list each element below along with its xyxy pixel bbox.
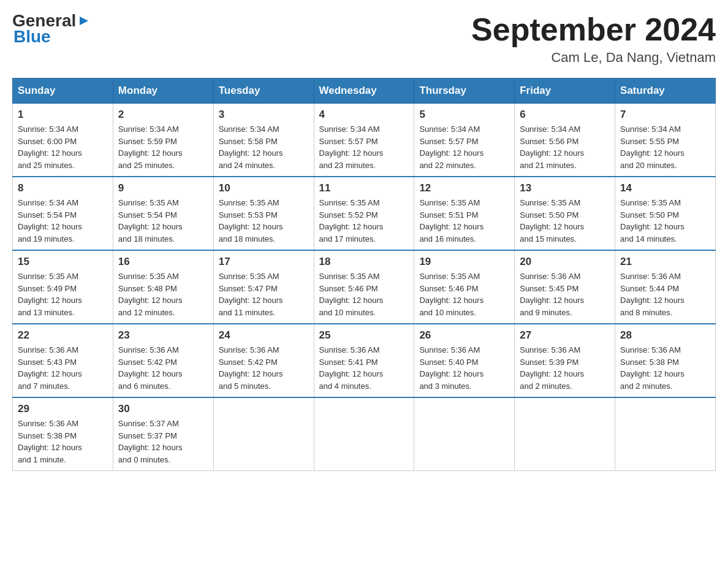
day-info: Sunrise: 5:34 AM Sunset: 5:57 PM Dayligh… <box>319 123 409 171</box>
day-number: 29 <box>18 403 108 415</box>
day-number: 22 <box>18 329 108 342</box>
calendar-cell: 2Sunrise: 5:34 AM Sunset: 5:59 PM Daylig… <box>113 104 213 177</box>
day-info: Sunrise: 5:36 AM Sunset: 5:44 PM Dayligh… <box>620 270 710 318</box>
location-subtitle: Cam Le, Da Nang, Vietnam <box>471 50 716 66</box>
day-number: 24 <box>219 329 309 342</box>
day-info: Sunrise: 5:36 AM Sunset: 5:41 PM Dayligh… <box>319 344 409 392</box>
weekday-header-wednesday: Wednesday <box>314 79 414 104</box>
day-number: 28 <box>620 329 710 342</box>
day-info: Sunrise: 5:34 AM Sunset: 5:58 PM Dayligh… <box>219 123 309 171</box>
calendar-cell <box>314 397 414 471</box>
day-info: Sunrise: 5:35 AM Sunset: 5:49 PM Dayligh… <box>18 270 108 318</box>
month-title: September 2024 <box>471 12 716 47</box>
day-number: 21 <box>620 256 710 268</box>
day-info: Sunrise: 5:35 AM Sunset: 5:50 PM Dayligh… <box>620 197 710 245</box>
day-number: 26 <box>419 329 509 342</box>
weekday-header-sunday: Sunday <box>13 79 113 104</box>
calendar-cell: 3Sunrise: 5:34 AM Sunset: 5:58 PM Daylig… <box>213 104 314 177</box>
day-info: Sunrise: 5:34 AM Sunset: 5:56 PM Dayligh… <box>520 123 610 171</box>
calendar-cell: 26Sunrise: 5:36 AM Sunset: 5:40 PM Dayli… <box>414 324 515 397</box>
day-info: Sunrise: 5:35 AM Sunset: 5:47 PM Dayligh… <box>219 270 309 318</box>
calendar-cell: 10Sunrise: 5:35 AM Sunset: 5:53 PM Dayli… <box>213 177 314 250</box>
calendar-cell: 29Sunrise: 5:36 AM Sunset: 5:38 PM Dayli… <box>13 397 113 471</box>
calendar-week-row: 8Sunrise: 5:34 AM Sunset: 5:54 PM Daylig… <box>13 177 716 250</box>
day-info: Sunrise: 5:34 AM Sunset: 6:00 PM Dayligh… <box>18 123 108 171</box>
day-info: Sunrise: 5:34 AM Sunset: 5:55 PM Dayligh… <box>620 123 710 171</box>
day-info: Sunrise: 5:34 AM Sunset: 5:54 PM Dayligh… <box>18 197 108 245</box>
calendar-cell: 4Sunrise: 5:34 AM Sunset: 5:57 PM Daylig… <box>314 104 414 177</box>
day-info: Sunrise: 5:36 AM Sunset: 5:42 PM Dayligh… <box>118 344 208 392</box>
day-number: 11 <box>319 182 409 194</box>
calendar-cell: 24Sunrise: 5:36 AM Sunset: 5:42 PM Dayli… <box>213 324 314 397</box>
day-info: Sunrise: 5:34 AM Sunset: 5:57 PM Dayligh… <box>419 123 509 171</box>
day-number: 14 <box>620 182 710 194</box>
day-number: 4 <box>319 109 409 121</box>
calendar-cell: 5Sunrise: 5:34 AM Sunset: 5:57 PM Daylig… <box>414 104 515 177</box>
day-number: 25 <box>319 329 409 342</box>
day-number: 15 <box>18 256 108 268</box>
day-number: 9 <box>118 182 208 194</box>
day-info: Sunrise: 5:36 AM Sunset: 5:38 PM Dayligh… <box>620 344 710 392</box>
day-number: 7 <box>620 109 710 121</box>
calendar-cell <box>414 397 515 471</box>
calendar-week-row: 1Sunrise: 5:34 AM Sunset: 6:00 PM Daylig… <box>13 104 716 177</box>
calendar-cell: 13Sunrise: 5:35 AM Sunset: 5:50 PM Dayli… <box>515 177 615 250</box>
calendar-cell: 14Sunrise: 5:35 AM Sunset: 5:50 PM Dayli… <box>615 177 716 250</box>
day-number: 6 <box>520 109 610 121</box>
day-number: 16 <box>118 256 208 268</box>
calendar-cell: 11Sunrise: 5:35 AM Sunset: 5:52 PM Dayli… <box>314 177 414 250</box>
day-info: Sunrise: 5:36 AM Sunset: 5:42 PM Dayligh… <box>219 344 309 392</box>
calendar-cell: 16Sunrise: 5:35 AM Sunset: 5:48 PM Dayli… <box>113 250 213 324</box>
weekday-header-tuesday: Tuesday <box>213 79 314 104</box>
day-info: Sunrise: 5:35 AM Sunset: 5:50 PM Dayligh… <box>520 197 610 245</box>
calendar-week-row: 22Sunrise: 5:36 AM Sunset: 5:43 PM Dayli… <box>13 324 716 397</box>
calendar-table: SundayMondayTuesdayWednesdayThursdayFrid… <box>12 78 716 471</box>
day-number: 17 <box>219 256 309 268</box>
day-number: 13 <box>520 182 610 194</box>
day-info: Sunrise: 5:36 AM Sunset: 5:40 PM Dayligh… <box>419 344 509 392</box>
day-number: 8 <box>18 182 108 194</box>
weekday-header-friday: Friday <box>515 79 615 104</box>
day-number: 2 <box>118 109 208 121</box>
day-info: Sunrise: 5:35 AM Sunset: 5:48 PM Dayligh… <box>118 270 208 318</box>
calendar-week-row: 15Sunrise: 5:35 AM Sunset: 5:49 PM Dayli… <box>13 250 716 324</box>
day-number: 18 <box>319 256 409 268</box>
day-number: 3 <box>219 109 309 121</box>
calendar-cell: 28Sunrise: 5:36 AM Sunset: 5:38 PM Dayli… <box>615 324 716 397</box>
svg-marker-0 <box>80 17 88 25</box>
day-number: 20 <box>520 256 610 268</box>
logo-blue-text: Blue <box>13 27 51 47</box>
day-number: 12 <box>419 182 509 194</box>
calendar-cell: 20Sunrise: 5:36 AM Sunset: 5:45 PM Dayli… <box>515 250 615 324</box>
calendar-cell: 8Sunrise: 5:34 AM Sunset: 5:54 PM Daylig… <box>13 177 113 250</box>
calendar-cell <box>615 397 716 471</box>
day-info: Sunrise: 5:36 AM Sunset: 5:38 PM Dayligh… <box>18 418 108 465</box>
day-info: Sunrise: 5:35 AM Sunset: 5:46 PM Dayligh… <box>419 270 509 318</box>
day-info: Sunrise: 5:35 AM Sunset: 5:46 PM Dayligh… <box>319 270 409 318</box>
day-info: Sunrise: 5:35 AM Sunset: 5:54 PM Dayligh… <box>118 197 208 245</box>
calendar-cell: 15Sunrise: 5:35 AM Sunset: 5:49 PM Dayli… <box>13 250 113 324</box>
day-info: Sunrise: 5:35 AM Sunset: 5:51 PM Dayligh… <box>419 197 509 245</box>
day-info: Sunrise: 5:36 AM Sunset: 5:43 PM Dayligh… <box>18 344 108 392</box>
day-number: 23 <box>118 329 208 342</box>
calendar-cell: 7Sunrise: 5:34 AM Sunset: 5:55 PM Daylig… <box>615 104 716 177</box>
day-number: 10 <box>219 182 309 194</box>
logo-area: General Blue <box>12 12 91 47</box>
weekday-header-row: SundayMondayTuesdayWednesdayThursdayFrid… <box>13 79 716 104</box>
calendar-week-row: 29Sunrise: 5:36 AM Sunset: 5:38 PM Dayli… <box>13 397 716 471</box>
day-info: Sunrise: 5:36 AM Sunset: 5:45 PM Dayligh… <box>520 270 610 318</box>
day-info: Sunrise: 5:36 AM Sunset: 5:39 PM Dayligh… <box>520 344 610 392</box>
day-number: 19 <box>419 256 509 268</box>
page-header: General Blue September 2024 Cam Le, Da N… <box>12 12 716 66</box>
day-number: 27 <box>520 329 610 342</box>
calendar-cell: 30Sunrise: 5:37 AM Sunset: 5:37 PM Dayli… <box>113 397 213 471</box>
title-area: September 2024 Cam Le, Da Nang, Vietnam <box>471 12 716 66</box>
calendar-cell: 18Sunrise: 5:35 AM Sunset: 5:46 PM Dayli… <box>314 250 414 324</box>
calendar-cell: 19Sunrise: 5:35 AM Sunset: 5:46 PM Dayli… <box>414 250 515 324</box>
calendar-cell: 9Sunrise: 5:35 AM Sunset: 5:54 PM Daylig… <box>113 177 213 250</box>
calendar-cell: 12Sunrise: 5:35 AM Sunset: 5:51 PM Dayli… <box>414 177 515 250</box>
calendar-cell: 6Sunrise: 5:34 AM Sunset: 5:56 PM Daylig… <box>515 104 615 177</box>
day-number: 30 <box>118 403 208 415</box>
weekday-header-saturday: Saturday <box>615 79 716 104</box>
day-number: 1 <box>18 109 108 121</box>
